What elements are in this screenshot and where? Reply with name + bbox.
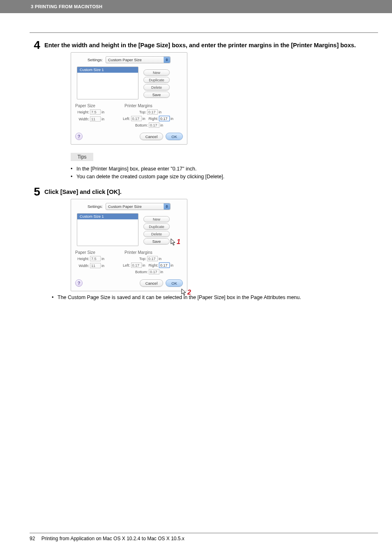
step-5-dialog-wrap: Settings: Custom Paper Size Custom Size … (71, 199, 378, 291)
printer-margins-label: Printer Margins (125, 250, 152, 255)
help-button[interactable]: ? (75, 279, 83, 287)
right-label: Right: (149, 117, 159, 121)
width-input[interactable]: 11 (90, 263, 101, 268)
top-row: Top: 0.17 in (139, 109, 173, 115)
sizes-list[interactable]: Custom Size 1 (77, 213, 138, 246)
page-setup-dialog-1: Settings: Custom Paper Size Custom Size … (71, 52, 187, 145)
settings-value: Custom Paper Size (108, 204, 142, 209)
top-input[interactable]: 0.17 (147, 256, 158, 261)
delete-button[interactable]: Delete (143, 84, 170, 90)
width-label: Width: (75, 117, 89, 121)
closing-text: The Custom Page Size is saved and it can… (58, 295, 301, 300)
top-row: Top: 0.17 in (139, 256, 173, 261)
save-button[interactable]: Save (143, 238, 170, 244)
height-input[interactable]: 7.5 (90, 256, 101, 261)
margins-inputs: Top: 0.17 in Left: 0.17 in Right: 0.17 i… (123, 109, 173, 128)
left-label: Left: (123, 263, 130, 267)
paper-size-label: Paper Size (75, 250, 112, 255)
list-buttons: New Duplicate Delete Save (143, 69, 170, 99)
right-unit: in (171, 117, 173, 121)
bottom-label: Bottom: (135, 123, 148, 127)
ok-button[interactable]: OK (166, 133, 183, 140)
bottom-unit: in (160, 123, 163, 127)
settings-dropdown[interactable]: Custom Paper Size (106, 56, 171, 63)
tip-2-text: You can delete the created custom page s… (76, 173, 224, 181)
annotation-2: 2 (187, 289, 191, 296)
step-5-row: 5 Click [Save] and click [OK]. (30, 187, 378, 197)
bottom-row: Bottom: 0.17 in (135, 269, 173, 274)
bottom-input[interactable]: 0.17 (149, 269, 159, 274)
settings-row: Settings: Custom Paper Size (75, 203, 183, 210)
tip-1: •In the [Printer Margins] box, please en… (71, 165, 378, 173)
sizes-list[interactable]: Custom Size 1 (77, 67, 138, 99)
bottom-row: Bottom: 0.17 in (135, 122, 173, 128)
width-label: Width: (75, 264, 89, 268)
tip-1-text: In the [Printer Margins] box, please ent… (76, 165, 196, 173)
bullet-icon: • (71, 165, 76, 173)
width-row: Width: 11 in (75, 116, 120, 122)
paper-size-label: Paper Size (75, 104, 112, 108)
settings-dropdown[interactable]: Custom Paper Size (106, 203, 171, 210)
bottom-unit: in (160, 270, 163, 274)
section-labels: Paper Size Printer Margins (75, 250, 183, 255)
left-input[interactable]: 0.17 (131, 263, 142, 268)
right-input[interactable]: 0.17 (159, 116, 170, 121)
width-row: Width: 11 in (75, 263, 120, 268)
left-right-row: Left: 0.17 in Right: 0.17 in (123, 263, 173, 268)
sizes-list-selected[interactable]: Custom Size 1 (77, 67, 138, 73)
top-unit: in (159, 257, 161, 261)
right-input[interactable]: 0.17 (159, 263, 170, 268)
page: 3 PRINTING FROM MACINTOSH 4 Enter the wi… (0, 0, 392, 555)
settings-value: Custom Paper Size (108, 58, 142, 62)
height-input[interactable]: 7.5 (90, 109, 101, 115)
settings-label: Settings: (88, 58, 103, 62)
sizes-list-selected[interactable]: Custom Size 1 (77, 214, 138, 219)
bottom-label: Bottom: (135, 270, 148, 274)
duplicate-button[interactable]: Duplicate (143, 77, 170, 83)
inputs-area: Height: 7.5 in Width: 11 in Top: (75, 109, 183, 128)
height-unit: in (101, 110, 104, 114)
dialog-footer: ? Cancel OK (75, 133, 183, 140)
list-area: Custom Size 1 New Duplicate Delete Save (77, 67, 182, 99)
save-button[interactable]: Save (143, 92, 170, 98)
dialog-footer: ? Cancel OK (75, 279, 183, 287)
paper-size-inputs: Height: 7.5 in Width: 11 in (75, 256, 120, 274)
ok-button[interactable]: OK (166, 279, 183, 287)
bullet-icon: • (71, 173, 76, 181)
top-input[interactable]: 0.17 (147, 109, 158, 115)
height-row: Height: 7.5 in (75, 109, 120, 115)
inputs-area: Height: 7.5 in Width: 11 in Top: (75, 256, 183, 274)
content: 4 Enter the width and height in the [Pag… (30, 34, 378, 300)
tip-2: •You can delete the created custom page … (71, 173, 378, 181)
cancel-button[interactable]: Cancel (140, 279, 164, 287)
right-unit: in (171, 263, 173, 267)
step-4-row: 4 Enter the width and height in the [Pag… (30, 40, 378, 51)
duplicate-button[interactable]: Duplicate (143, 223, 170, 230)
help-button[interactable]: ? (75, 133, 83, 140)
top-unit: in (159, 110, 161, 114)
left-input[interactable]: 0.17 (131, 116, 142, 121)
cursor-icon-2 (181, 288, 187, 296)
new-button[interactable]: New (143, 69, 170, 76)
delete-button[interactable]: Delete (143, 231, 170, 237)
width-input[interactable]: 11 (90, 116, 101, 122)
footer-buttons: Cancel OK (140, 133, 183, 140)
footer-buttons: Cancel OK (140, 279, 183, 287)
width-unit: in (101, 117, 104, 121)
header-band: 3 PRINTING FROM MACINTOSH (0, 0, 392, 13)
top-label: Top: (139, 110, 146, 114)
list-buttons: New Duplicate Delete Save (143, 216, 170, 246)
section-labels: Paper Size Printer Margins (75, 104, 183, 108)
width-unit: in (101, 264, 104, 268)
left-unit: in (143, 263, 145, 267)
tips-label: Tips (71, 153, 93, 161)
left-label: Left: (123, 117, 130, 121)
settings-row: Settings: Custom Paper Size (75, 56, 183, 63)
bottom-input[interactable]: 0.17 (149, 122, 159, 128)
cancel-button[interactable]: Cancel (140, 133, 164, 140)
height-unit: in (101, 257, 104, 261)
new-button[interactable]: New (143, 216, 170, 222)
bullet-icon: • (52, 295, 58, 300)
step-4-number: 4 (30, 40, 44, 51)
settings-label: Settings: (88, 204, 103, 209)
